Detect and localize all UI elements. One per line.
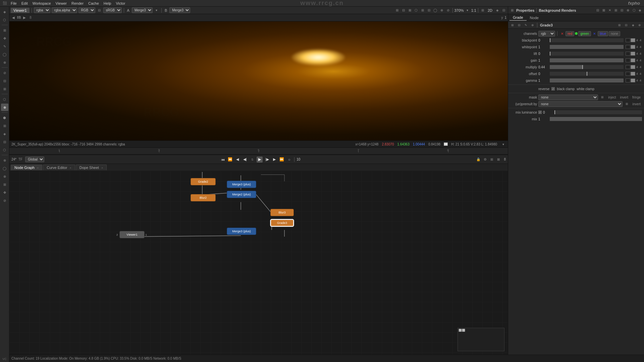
- mult-swatch1[interactable]: [626, 65, 630, 69]
- lift-swatch2[interactable]: [631, 52, 635, 56]
- node-blur3[interactable]: Blur3: [270, 209, 294, 216]
- prop-tool-1[interactable]: ⊞: [509, 22, 516, 28]
- a-merge-select[interactable]: Merge3: [132, 7, 153, 13]
- view-btn-2[interactable]: ⊟: [401, 8, 406, 13]
- node-merge2-plus[interactable]: Merge2 (plus): [227, 191, 256, 198]
- mask-extra-btn[interactable]: ⊞: [599, 94, 605, 100]
- tool-paint[interactable]: ✎: [1, 43, 8, 50]
- offset-e2[interactable]: 4: [639, 72, 642, 76]
- gamma-swatch2[interactable]: [631, 78, 635, 82]
- bp-extra2[interactable]: 4: [639, 38, 642, 42]
- rp-btn-8[interactable]: ◈: [637, 8, 643, 13]
- view-btn-4[interactable]: ⬡: [414, 8, 419, 13]
- tab-dope-sheet[interactable]: Dope Sheet ×: [76, 165, 107, 170]
- view-btn-5[interactable]: ⊞: [420, 8, 425, 13]
- tab-grade[interactable]: Grade: [509, 15, 527, 21]
- channel-red[interactable]: red: [566, 31, 574, 36]
- blackpoint-slider[interactable]: [550, 38, 624, 42]
- tool-eyedropper[interactable]: ⊘: [1, 69, 8, 76]
- btn-step-fwd[interactable]: ▶: [271, 157, 277, 163]
- wp-extra2[interactable]: 4: [639, 45, 642, 49]
- rp-btn-1[interactable]: ⊟: [595, 8, 600, 13]
- tool-extra2[interactable]: ⊞: [1, 122, 8, 129]
- tool-extra6[interactable]: ⊕: [1, 157, 8, 164]
- gain-e2[interactable]: 4: [639, 58, 642, 62]
- gain-e1[interactable]: 4: [636, 58, 639, 62]
- mix-lum-checkbox[interactable]: ✓: [538, 111, 542, 114]
- mult-e2[interactable]: 4: [639, 65, 642, 69]
- tab-close-curve-editor[interactable]: ×: [69, 166, 71, 170]
- channels-value-select[interactable]: rgbrgba: [538, 31, 555, 37]
- tool-extra8[interactable]: ⊗: [1, 173, 8, 180]
- btn-prev-keyframe[interactable]: ⏪: [227, 157, 233, 163]
- prop-tool-6[interactable]: ⊟: [623, 22, 629, 28]
- gain-value[interactable]: 1: [538, 59, 548, 62]
- tool-clone[interactable]: ⊕: [1, 59, 8, 66]
- offset-e1[interactable]: 4: [636, 72, 639, 76]
- tool-node[interactable]: ⬡: [1, 16, 8, 23]
- offset-value[interactable]: 0: [538, 72, 548, 76]
- gain-swatch2[interactable]: [631, 58, 635, 62]
- whitepoint-value[interactable]: 1: [538, 45, 548, 49]
- zoom-dropdown[interactable]: ▾: [465, 8, 470, 13]
- bp-swatch-mid[interactable]: [631, 38, 635, 42]
- lift-value[interactable]: 0: [538, 52, 548, 56]
- ch-del-blue[interactable]: ✕: [592, 31, 597, 36]
- lift-slider[interactable]: [550, 52, 624, 56]
- tool-viewer[interactable]: ⊕: [1, 104, 8, 111]
- lift-e2[interactable]: 4: [639, 52, 642, 56]
- panel-icon-1[interactable]: ⊞: [509, 8, 515, 13]
- prop-tool-2[interactable]: ⊟: [516, 22, 522, 28]
- tab-close-node-graph[interactable]: ×: [37, 166, 39, 170]
- bp-swatch-dark[interactable]: [626, 38, 630, 42]
- rp-btn-4[interactable]: ⊞: [613, 8, 619, 13]
- colorspace-toggle[interactable]: ⊟: [97, 8, 102, 13]
- wp-swatch-dark[interactable]: [626, 45, 630, 49]
- node-graph[interactable]: Grade2 Merge3 (plus) Blur2 Merge2 (plus)…: [9, 171, 508, 355]
- channel-green[interactable]: green: [578, 31, 591, 36]
- roi-btn[interactable]: ⊞: [480, 8, 485, 13]
- tool-3d[interactable]: ⬡: [1, 96, 8, 103]
- mask-select[interactable]: none: [538, 95, 598, 100]
- menu-file[interactable]: File: [9, 1, 19, 6]
- gamma-value[interactable]: 1: [538, 79, 548, 82]
- fringe-label[interactable]: fringe: [631, 96, 642, 99]
- ch-del-btn[interactable]: ✕: [559, 31, 565, 36]
- csout-select[interactable]: sRGB: [103, 7, 122, 13]
- tool-extra5[interactable]: ⬡: [1, 146, 8, 154]
- gain-swatch1[interactable]: [626, 58, 630, 62]
- mult-swatch2[interactable]: [631, 65, 635, 69]
- offset-swatch2[interactable]: [631, 72, 635, 76]
- menu-workspace[interactable]: Workspace: [31, 1, 53, 6]
- node-viewer1[interactable]: Viewer1 1 2: [119, 231, 145, 238]
- tool-extra7[interactable]: ◯: [1, 165, 8, 172]
- tool-wipe[interactable]: ⊞: [1, 85, 8, 93]
- mix-lum-slider[interactable]: [554, 110, 642, 114]
- gamma-e2[interactable]: 4: [639, 78, 642, 82]
- bp-extra1[interactable]: 4: [636, 38, 639, 42]
- prop-tool-4[interactable]: ⊗: [530, 22, 536, 28]
- prop-tool-7[interactable]: ◈: [630, 22, 636, 28]
- view-btn-1[interactable]: ⊞: [394, 8, 400, 13]
- tab-curve-editor[interactable]: Curve Editor ×: [43, 165, 75, 170]
- gain-slider[interactable]: [550, 58, 624, 62]
- mult-e1[interactable]: 4: [636, 65, 639, 69]
- multiply-value[interactable]: 0.44: [538, 65, 548, 69]
- gamma-e1[interactable]: 4: [636, 78, 639, 82]
- channel-none[interactable]: none: [609, 31, 620, 36]
- black-clamp-checkbox[interactable]: ✓: [551, 87, 555, 90]
- mode-extra2[interactable]: ⊟: [501, 8, 506, 13]
- tool-extra4[interactable]: ⊟: [1, 138, 8, 145]
- tool-roto[interactable]: ◯: [1, 51, 8, 58]
- menu-viewer[interactable]: Viewer: [54, 1, 69, 6]
- btn-go-start[interactable]: ⏮: [220, 157, 226, 163]
- invert-label[interactable]: invert: [619, 96, 630, 99]
- unpremult-extra[interactable]: ⊞: [624, 101, 630, 107]
- tab-node-graph[interactable]: Node Graph ×: [11, 165, 42, 170]
- rp-btn-3[interactable]: ✕: [607, 8, 612, 13]
- rp-btn-5[interactable]: ⊟: [619, 8, 625, 13]
- wp-swatch-mid[interactable]: [631, 45, 635, 49]
- tool-extra1[interactable]: ⬢: [1, 114, 8, 121]
- rp-btn-7[interactable]: ⬡: [631, 8, 637, 13]
- offset-slider[interactable]: [550, 72, 624, 76]
